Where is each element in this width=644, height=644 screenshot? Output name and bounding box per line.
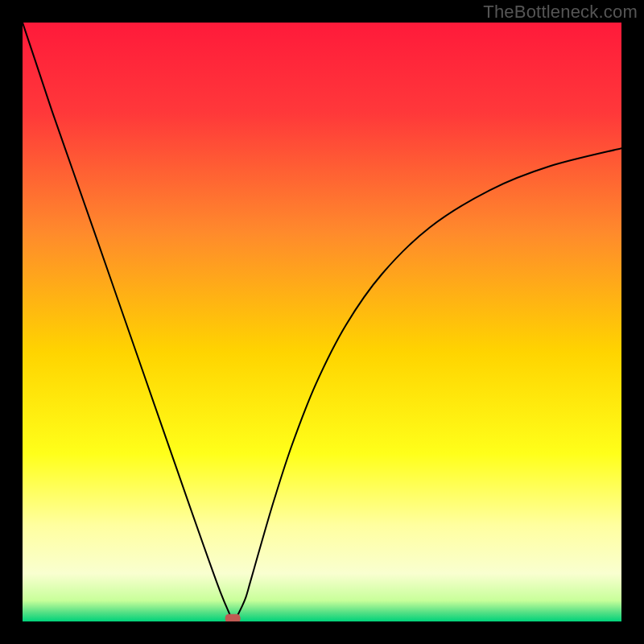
chart-frame: TheBottleneck.com [0, 0, 644, 644]
plot-area [23, 23, 621, 621]
optimum-marker [225, 614, 240, 621]
watermark-text: TheBottleneck.com [483, 2, 638, 23]
chart-svg [23, 23, 621, 621]
background-gradient [23, 23, 621, 621]
